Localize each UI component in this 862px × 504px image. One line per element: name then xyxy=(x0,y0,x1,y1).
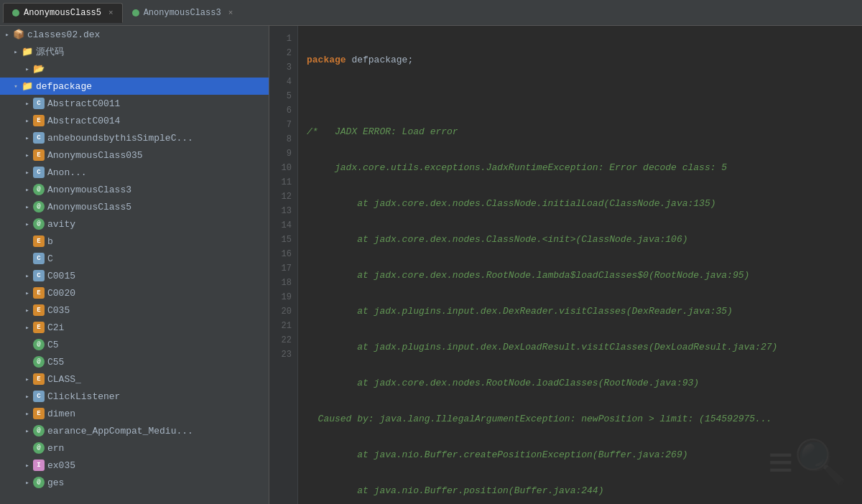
line-num-23: 23 xyxy=(269,347,297,362)
item-label: ern xyxy=(47,443,64,454)
code-line-9: at jadx.plugins.input.dex.DexLoadResult.… xyxy=(307,340,862,355)
arrow-icon xyxy=(23,65,32,73)
sidebar-item-c2i[interactable]: E C2i xyxy=(0,319,269,336)
class-icon: E xyxy=(33,304,45,316)
class-icon: @ xyxy=(33,201,45,213)
class-icon: E xyxy=(33,149,45,161)
code-line-5: at jadx.core.dex.nodes.ClassNode.initial… xyxy=(307,197,862,211)
line-num-18: 18 xyxy=(269,276,297,290)
code-line-6: at jadx.core.dex.nodes.ClassNode.<init>(… xyxy=(307,233,862,247)
sidebar-item-ex035[interactable]: I ex035 xyxy=(0,457,269,474)
tab-icon-anon5 xyxy=(12,9,19,17)
item-label: AnonymousClass3 xyxy=(47,185,131,195)
tab-close-anon3[interactable]: × xyxy=(228,9,233,17)
arrow-icon xyxy=(23,323,32,332)
sidebar-item-c0020[interactable]: E C0020 xyxy=(0,284,269,302)
item-label: dimen xyxy=(47,409,75,419)
sidebar-item-abstractc0011[interactable]: C AbstractC0011 xyxy=(0,95,269,112)
class-icon: @ xyxy=(33,218,45,230)
line-num-12: 12 xyxy=(269,190,297,204)
class-icon: C xyxy=(33,253,45,264)
item-label: C035 xyxy=(47,305,70,316)
sidebar-item-c035[interactable]: E C035 xyxy=(0,302,269,319)
sidebar-item-avity[interactable]: @ avity xyxy=(0,215,269,233)
class-icon: E xyxy=(33,408,45,419)
sidebar-item-anonclass3[interactable]: @ AnonymousClass3 xyxy=(0,181,269,198)
item-label: earance_AppCompat_Mediu... xyxy=(47,426,193,437)
item-label: ClickListener xyxy=(47,391,120,402)
tab-label-anon5: AnonymousClass5 xyxy=(24,8,101,18)
sidebar-item-ern[interactable]: @ ern xyxy=(0,439,269,457)
sidebar-item-classes02dex[interactable]: 📦 classes02.dex xyxy=(0,26,269,43)
arrow-icon xyxy=(23,478,32,487)
sidebar-item-anon-c[interactable]: C Anon... defpackage.anbeboundsbythisSim… xyxy=(0,164,269,181)
line-num-21: 21 xyxy=(269,319,297,333)
line-num-10: 10 xyxy=(269,161,297,175)
sidebar-item-c55[interactable]: @ C55 xyxy=(0,353,269,370)
sidebar-item-ges[interactable]: @ ges xyxy=(0,474,269,491)
tab-close-anon5[interactable]: × xyxy=(108,9,113,17)
sidebar-item-c[interactable]: C C xyxy=(0,250,269,267)
line-num-22: 22 xyxy=(269,333,297,347)
sidebar-item-earance[interactable]: @ earance_AppCompat_Mediu... xyxy=(0,422,269,439)
sidebar-item-anonclass5[interactable]: @ AnonymousClass5 xyxy=(0,198,269,215)
class-icon: @ xyxy=(33,184,45,195)
defpackage-label: defpackage xyxy=(36,81,92,92)
line-num-11: 11 xyxy=(269,175,297,190)
sidebar-item-c5[interactable]: @ C5 xyxy=(0,336,269,353)
line-num-8: 8 xyxy=(269,132,297,146)
sidebar-item-anbebounds[interactable]: C anbeboundsbythisSimpleC... xyxy=(0,129,269,146)
item-label: AnonymousClass035 xyxy=(47,150,143,161)
item-label: C5 xyxy=(47,340,59,350)
code-editor[interactable]: 1 2 3 4 5 6 7 8 9 10 11 12 13 14 15 16 1 xyxy=(269,26,862,504)
sidebar-item-anonclass035[interactable]: E AnonymousClass035 xyxy=(0,146,269,164)
tab-anon5[interactable]: AnonymousClass5 × xyxy=(3,3,123,23)
sidebar-item-source[interactable]: 📁 源代码 xyxy=(0,43,269,60)
class-icon: C xyxy=(33,167,45,178)
line-num-7: 7 xyxy=(269,118,297,132)
arrow-icon xyxy=(23,375,32,383)
sidebar-item-b[interactable]: E b xyxy=(0,233,269,250)
item-label: ex035 xyxy=(47,460,75,471)
line-num-13: 13 xyxy=(269,204,297,218)
line-num-3: 3 xyxy=(269,60,297,75)
sidebar-item-abstractc0014[interactable]: E AbstractC0014 xyxy=(0,112,269,129)
arrow-icon xyxy=(23,151,32,159)
sidebar-item-class[interactable]: E CLASS_ xyxy=(0,370,269,388)
line-num-6: 6 xyxy=(269,103,297,118)
sidebar-item-defpackage[interactable]: 📁 defpackage xyxy=(0,78,269,95)
class-icon: I xyxy=(33,459,45,471)
sidebar-item-c0015[interactable]: C C0015 xyxy=(0,267,269,284)
line-num-9: 9 xyxy=(269,146,297,161)
class-icon: @ xyxy=(33,442,45,454)
arrow-icon xyxy=(11,82,20,90)
line-num-15: 15 xyxy=(269,233,297,247)
arrow-icon xyxy=(23,426,32,435)
sidebar-item-empty[interactable]: 📂 xyxy=(0,60,269,78)
arrow-icon xyxy=(23,254,32,263)
code-line-7: at jadx.core.dex.nodes.RootNode.lambda$l… xyxy=(307,269,862,283)
sidebar-item-clicklistener[interactable]: C ClickListener xyxy=(0,388,269,405)
arrow-icon xyxy=(23,134,32,142)
arrow-icon xyxy=(23,99,32,108)
line-num-20: 20 xyxy=(269,304,297,319)
line-num-1: 1 xyxy=(269,32,297,46)
arrow-icon xyxy=(23,289,32,297)
code-line-12: at java.nio.Buffer.createPositionExcepti… xyxy=(307,448,862,462)
class-icon: E xyxy=(33,115,45,126)
item-label: avity xyxy=(47,219,75,230)
item-label: anbeboundsbythisSimpleC... xyxy=(47,133,193,144)
source-label: 源代码 xyxy=(36,45,64,58)
class-icon: E xyxy=(33,322,45,333)
class-icon: C xyxy=(33,98,45,109)
class-icon: @ xyxy=(33,356,45,368)
class-icon: C xyxy=(33,391,45,402)
tab-anon3[interactable]: AnonymousClass3 × xyxy=(123,3,243,23)
class-icon: E xyxy=(33,373,45,385)
class-icon: E xyxy=(33,287,45,299)
code-line-3: /* JADX ERROR: Load error xyxy=(307,125,862,139)
item-label: b xyxy=(47,236,53,247)
arrow-icon xyxy=(23,306,32,314)
sidebar-item-dimen[interactable]: E dimen xyxy=(0,405,269,422)
arrow-icon xyxy=(23,444,32,452)
